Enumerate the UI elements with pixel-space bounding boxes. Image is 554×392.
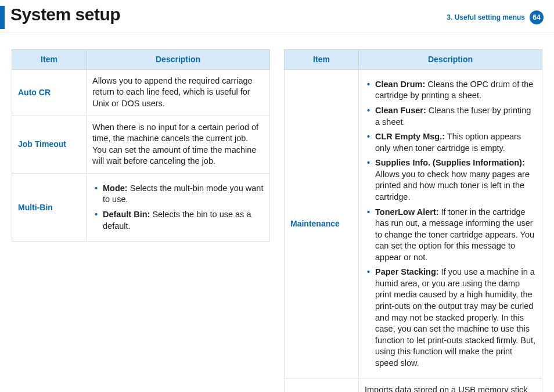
bullet-label: Paper Stacking: (375, 267, 439, 276)
bullet-text: If you use a machine in a humid area, or… (375, 267, 535, 368)
list-item: Mode: Selects the mult-bin mode you want… (95, 183, 264, 206)
bullet-label: Default Bin: (103, 210, 150, 219)
desc-cell: Clean Drum: Cleans the OPC drum of the c… (359, 69, 542, 379)
page-title: System setup (10, 5, 120, 24)
section-label: 3. Useful setting menus (447, 13, 525, 21)
bullet-label: CLR Empty Msg.: (375, 132, 445, 141)
item-cell: Auto CR (12, 69, 87, 116)
col-desc-header: Description (359, 50, 542, 70)
col-item-header: Item (285, 50, 359, 70)
bullet-label: Supplies Info. (Supplies Information): (375, 158, 525, 167)
list-item: CLR Empty Msg.: This option appears only… (367, 131, 536, 154)
settings-table-right: Item Description Maintenance Clean Drum:… (284, 49, 542, 392)
list-item: Clean Fuser: Cleans the fuser by printin… (367, 105, 536, 128)
item-cell: Maintenance (285, 69, 359, 379)
bullet-label: TonerLow Alert: (375, 207, 439, 217)
right-column: Item Description Maintenance Clean Drum:… (284, 49, 542, 392)
col-desc-header: Description (87, 50, 270, 70)
item-cell: Multi-Bin (12, 173, 87, 241)
table-row: Import Setting Imports data stored on a … (285, 379, 542, 392)
bullet-label: Clean Drum: (375, 80, 425, 89)
header-right: 3. Useful setting menus 64 (447, 5, 544, 24)
bullet-text: Allows you to check how many pages are p… (375, 170, 530, 202)
list-item: Paper Stacking: If you use a machine in … (367, 267, 536, 369)
desc-cell: Allows you to append the required carria… (87, 69, 270, 116)
desc-cell: Imports data stored on a USB memory stic… (359, 379, 542, 392)
accent-bar (0, 6, 5, 29)
table-row: Multi-Bin Mode: Selects the mult-bin mod… (12, 173, 270, 241)
table-row: Job Timeout When there is no input for a… (12, 116, 270, 173)
table-row: Maintenance Clean Drum: Cleans the OPC d… (285, 69, 542, 379)
content-area: Item Description Auto CR Allows you to a… (0, 33, 554, 392)
item-cell: Job Timeout (12, 116, 87, 173)
page-number-badge: 64 (530, 10, 544, 24)
col-item-header: Item (12, 50, 87, 70)
list-item: Default Bin: Selects the bin to use as a… (95, 209, 264, 232)
list-item: Supplies Info. (Supplies Information): A… (367, 157, 536, 203)
desc-cell: When there is no input for a certain per… (87, 116, 270, 173)
item-cell: Import Setting (285, 379, 359, 392)
bullet-label: Clean Fuser: (375, 106, 426, 115)
left-column: Item Description Auto CR Allows you to a… (12, 49, 270, 392)
page-header: System setup 3. Useful setting menus 64 (0, 0, 554, 33)
table-row: Auto CR Allows you to append the require… (12, 69, 270, 116)
desc-cell: Mode: Selects the mult-bin mode you want… (87, 173, 270, 241)
bullet-label: Mode: (103, 184, 128, 193)
list-item: Clean Drum: Cleans the OPC drum of the c… (367, 79, 536, 102)
list-item: TonerLow Alert: If toner in the cartridg… (367, 207, 536, 264)
settings-table-left: Item Description Auto CR Allows you to a… (12, 49, 270, 242)
